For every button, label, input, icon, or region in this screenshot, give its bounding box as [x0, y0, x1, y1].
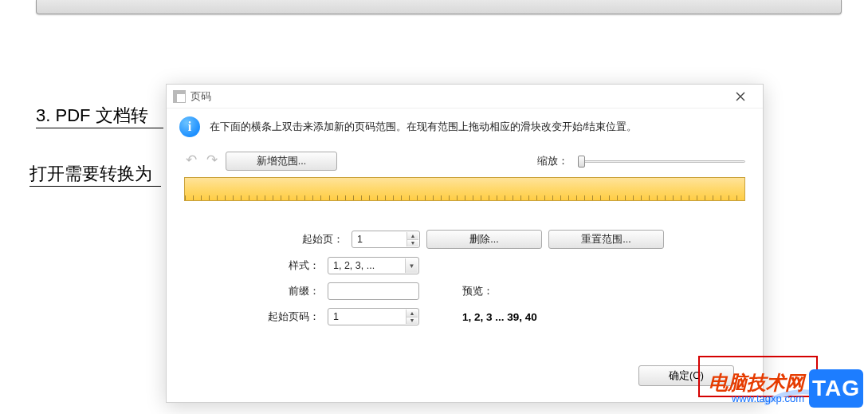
- page-number-dialog: 页码 i 在下面的横条上双击来添加新的页码范围。在现有范围上拖动相应的滑块改变开…: [166, 84, 764, 403]
- row-start-num: 起始页码： 1 ▲ ▼ 1, 2, 3 ... 39, 40: [184, 308, 745, 325]
- bg-text-1: 3. PDF 文档转: [36, 104, 148, 128]
- start-num-value: 1: [333, 311, 339, 322]
- info-icon: i: [179, 116, 200, 137]
- spin-up-icon[interactable]: ▲: [406, 310, 418, 317]
- watermark-url: www.tagxp.com: [732, 393, 804, 405]
- spin-down-icon[interactable]: ▼: [407, 240, 418, 247]
- watermark-tag: TAG: [809, 369, 863, 408]
- chevron-down-icon: ▼: [405, 258, 418, 273]
- watermark: 电脑技术网 www.tagxp.com TAG: [709, 369, 863, 408]
- app-icon: [173, 90, 186, 103]
- prefix-input[interactable]: [328, 282, 419, 300]
- reset-range-button[interactable]: 重置范围...: [548, 230, 664, 249]
- undo-button[interactable]: ↶: [184, 154, 198, 168]
- bg-text-2: 打开需要转换为: [29, 162, 152, 186]
- row-prefix: 前缀： 预览：: [184, 282, 745, 300]
- titlebar: 页码: [167, 85, 763, 108]
- toolbar-row: ↶ ↷ 新增范围... 缩放：: [167, 147, 763, 177]
- page-range-ruler[interactable]: [184, 177, 745, 201]
- style-label: 样式：: [184, 259, 320, 273]
- style-value: 1, 2, 3, ...: [333, 260, 375, 271]
- zoom-label: 缩放：: [537, 155, 568, 168]
- new-range-button[interactable]: 新增范围...: [226, 152, 337, 171]
- style-dropdown[interactable]: 1, 2, 3, ... ▼: [328, 257, 419, 274]
- prefix-label: 前缀：: [184, 285, 320, 298]
- start-num-label: 起始页码：: [184, 310, 320, 324]
- info-strip: i 在下面的横条上双击来添加新的页码范围。在现有范围上拖动相应的滑块改变开始/结…: [167, 108, 763, 147]
- start-page-input[interactable]: 1 ▲ ▼: [352, 231, 420, 248]
- watermark-cn: 电脑技术网: [709, 372, 804, 394]
- preview-label: 预览：: [462, 285, 493, 298]
- zoom-slider[interactable]: [578, 154, 745, 168]
- start-num-input[interactable]: 1 ▲ ▼: [328, 308, 419, 325]
- preview-value: 1, 2, 3 ... 39, 40: [462, 311, 537, 323]
- zoom-thumb[interactable]: [578, 156, 585, 168]
- row-style: 样式： 1, 2, 3, ... ▼: [184, 257, 745, 274]
- spin-down-icon[interactable]: ▼: [406, 317, 418, 325]
- info-text: 在下面的横条上双击来添加新的页码范围。在现有范围上拖动相应的滑块改变开始/结束位…: [210, 120, 637, 134]
- zoom-track: [578, 160, 745, 163]
- spin-up-icon[interactable]: ▲: [407, 232, 418, 240]
- bg-underline-1: [36, 128, 163, 128]
- redo-button[interactable]: ↷: [205, 154, 219, 168]
- background-window-bar: [36, 0, 842, 14]
- dialog-title: 页码: [190, 89, 211, 104]
- close-icon: [736, 92, 745, 101]
- ruler-wrap: [167, 177, 763, 201]
- delete-button[interactable]: 删除...: [426, 230, 542, 249]
- row-start-page: 起始页： 1 ▲ ▼ 删除... 重置范围...: [184, 230, 745, 249]
- start-page-value: 1: [357, 234, 363, 245]
- start-page-label: 起始页：: [184, 233, 344, 246]
- form-area: 起始页： 1 ▲ ▼ 删除... 重置范围... 样式： 1, 2, 3, ..…: [167, 201, 763, 333]
- bg-underline-2: [29, 186, 161, 187]
- close-button[interactable]: [725, 87, 756, 106]
